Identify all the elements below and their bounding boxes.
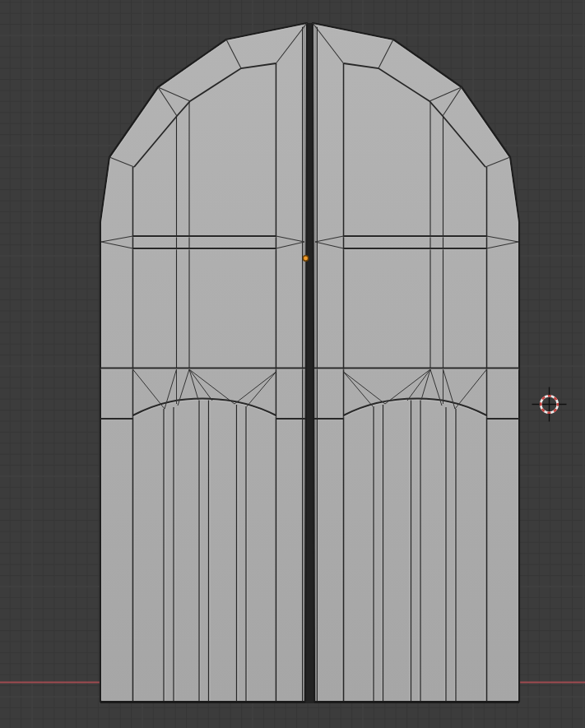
door-left-panel[interactable] xyxy=(100,23,307,703)
door-bottom-edge xyxy=(100,701,305,703)
door-bottom-edge xyxy=(314,701,519,703)
gap-bevel xyxy=(303,26,306,702)
door-right-panel[interactable] xyxy=(313,23,519,703)
viewport-3d[interactable] xyxy=(0,0,585,728)
gap-bevel xyxy=(314,26,318,702)
viewport-canvas[interactable] xyxy=(0,0,585,728)
object-origin-point[interactable] xyxy=(303,256,308,261)
